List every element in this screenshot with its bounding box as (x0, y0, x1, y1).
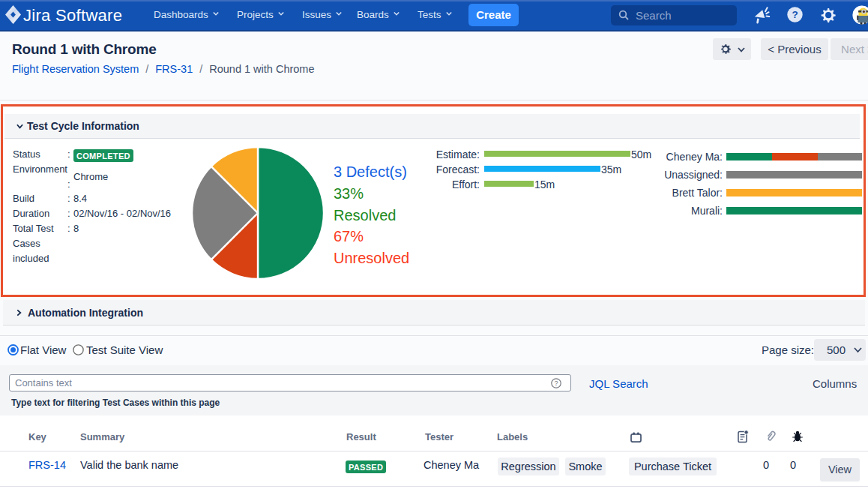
svg-text:?: ? (792, 9, 798, 20)
svg-text:?: ? (554, 380, 558, 387)
